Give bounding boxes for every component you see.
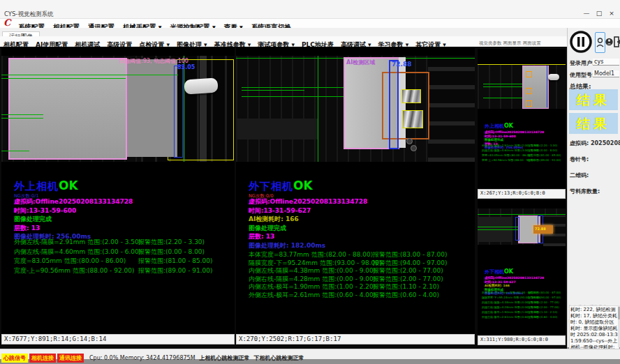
measurement-row: 宽度=83.05mm 范围:(80.00 - 86.00)报警范围:(81.00…: [14, 257, 230, 266]
maximize-button[interactable]: □: [593, 10, 605, 17]
app-logo-icon: C: [3, 17, 10, 28]
blue-measure-line: [547, 66, 547, 107]
log-message[interactable]: 耗时: 222, 缺陷检测耗时: 17, 缺陷分类耗时: 0, 缺陷提取分区耗时…: [569, 305, 619, 350]
green-vertical-line: [184, 56, 184, 162]
user-login-button[interactable]: [595, 32, 605, 53]
processing-done: 图像处理完成: [249, 224, 367, 233]
camera-name: 外下相机: [485, 269, 504, 275]
login-user-label: 登录用户:: [570, 59, 594, 67]
virtual-code: 虚拟码:Offline20250208133134728: [14, 197, 133, 206]
minimize-button[interactable]: —: [581, 10, 592, 17]
pause-button[interactable]: [569, 30, 593, 54]
heartbeat-badge: 心跳信号: [1, 354, 28, 363]
green-baseline: [483, 84, 522, 84]
width-value-label: 83.05: [177, 64, 195, 70]
measurement-row: 本体宽度=83.77mm 范围:(82.00 - 88.00)报警范围:(83.…: [482, 291, 563, 296]
upper-camera-heartbeat-status: 上相机心跳检测正常: [200, 354, 250, 362]
measurement-row: 宽度=83.05mm 范围:(80.00 - 86.00)报警范围:(81.00…: [482, 153, 563, 158]
green-vertical-line: [318, 56, 318, 162]
user-account-button[interactable]: [605, 34, 613, 50]
blue-measure-box: [174, 66, 183, 158]
green-baseline: [483, 86, 522, 87]
measurement-row: 内侧左线-极耳=1.90mm 范围:(1.00 - 2.20)报警范围:(1.1…: [482, 310, 563, 315]
bolt-detail: [406, 138, 413, 144]
login-user-value[interactable]: cys: [593, 59, 619, 66]
threshold-overlay-label: 扫描阈值:93, 动态阈值:100: [119, 57, 189, 65]
measurement-list-upper: 外侧左线-隔膜=2.91mm 范围:(2.00 - 3.50)报警范围:(2.2…: [14, 238, 230, 275]
camera-image-lower[interactable]: AI检测区域 72.88: [236, 56, 475, 162]
camera-panel-lower: AI检测区域 72.88 外下相机OK NG次数:0/0 虚拟码:Offline…: [236, 47, 475, 344]
width-value-label: 72.88: [535, 227, 546, 231]
measurement-row: 宽度-上=90.56mm 范围:(88.00 - 92.00)报警范围:(89.…: [482, 158, 563, 163]
app-window: CYS-视觉检测系统 — □ × C 系统配置相机配置通讯配置机械手配置 ▾光源…: [0, 0, 620, 364]
capture-time: 时间:13-31-59-600: [14, 206, 133, 215]
green-baseline: [483, 98, 522, 98]
measurement-list-lower: 本体宽度=83.77mm 范围:(82.00 - 88.00)报警范围:(83.…: [249, 250, 472, 298]
model-value[interactable]: Model1: [593, 70, 619, 77]
measurement-row: 外侧左线-隔膜=2.91mm 范围:(2.00 - 3.50)报警范围:(2.2…: [482, 144, 563, 149]
virtual-code-line: 虚拟码: 20250208: [570, 139, 620, 147]
user-badge-icon: [596, 33, 605, 52]
measurement-row: 隔膜宽度-下=95.24mm 范围:(93.00 - 98.00)报警范围:(9…: [482, 296, 563, 301]
bolt-detail: [411, 145, 417, 151]
ok-status: OK: [504, 123, 513, 129]
logout-button[interactable]: [613, 32, 620, 52]
green-baseline: [1, 114, 43, 115]
ai-roi-label: AI检测区域: [346, 59, 375, 66]
camera-image-upper[interactable]: 83.05 扫描阈值:93, 动态阈值:100: [1, 56, 235, 162]
layer-count: 层数: 13: [249, 232, 367, 241]
logout-icon: [613, 32, 620, 52]
machinery-block: [236, 119, 318, 139]
green-baseline: [1, 118, 43, 119]
mini-image-upper[interactable]: [478, 64, 566, 109]
mini-image-lower[interactable]: 72.88: [478, 208, 566, 245]
result-title-lower: 外下相机OK NG次数:0/0: [249, 179, 313, 199]
measurement-row: 内侧左线-隔膜=4.38mm 范围:(0.00 - 9.00)报警范围:(2.0…: [482, 301, 563, 305]
orange-marker: [526, 71, 532, 77]
measurement-row: 内侧左线-隔膜=4.38mm 范围:(0.00 - 9.00)报警范围:(2.0…: [249, 266, 472, 275]
measurement-row: 内侧右线-隔膜=4.28mm 范围:(0.00 - 9.00)报警范围:(2.0…: [482, 305, 563, 310]
measurement-row: 内侧左线-极耳=1.90mm 范围:(1.00 - 2.20)报警范围:(1.1…: [249, 282, 472, 291]
mini-panels-header: 视觉类参数 画面显示 画面设置: [479, 40, 541, 47]
mini-panel-upper: 外上相机OK 虚拟码:Offline20250208133134728 时间:1…: [478, 49, 566, 199]
green-top-line: [478, 214, 566, 215]
cell-region-right: [127, 59, 177, 157]
ok-status: OK: [59, 179, 78, 192]
camera-name: 外上相机: [14, 180, 59, 192]
mini-coords-lower: X:311;Y:980;R:0;G:0;B:0: [478, 335, 566, 345]
user-icon: [605, 34, 613, 50]
cursor-coords-upper: X:7677;Y:891;R:14;G:14;B:14: [1, 334, 235, 344]
processing-elapsed: 图像处理耗时: 182.00ms: [249, 241, 367, 250]
virtual-code: 虚拟码:Offline20250208133134728: [249, 197, 367, 206]
ok-status: OK: [293, 179, 313, 192]
blue-measure-box: [515, 217, 519, 241]
measurement-row: 内侧左线-隔膜=4.60mm 范围:(3.00 - 6.00)报警范围:(0.0…: [14, 248, 230, 257]
yellow-defect-box: [402, 110, 423, 128]
measurement-row: 外侧左线-极耳=2.61mm 范围:(0.60 - 4.00)报警范围:(0.6…: [249, 291, 472, 299]
green-baseline: [1, 151, 29, 151]
measurement-row: 外侧左线-隔膜=2.91mm 范围:(2.00 - 3.50)报警范围:(2.2…: [14, 238, 230, 248]
measurement-row: 内侧左线-隔膜=4.60mm 范围:(3.00 - 6.00)报警范围:(0.0…: [482, 149, 563, 153]
pause-icon: [569, 30, 593, 54]
lower-camera-heartbeat-status: 下相机心跳检测正常: [254, 354, 304, 362]
model-label: 使用型号:: [570, 71, 594, 79]
ok-status: OK: [504, 268, 513, 275]
menu-bar: C 系统配置相机配置通讯配置机械手配置 ▾光源控制配置 ▾查看 ▾系统语言切换: [0, 19, 620, 29]
orange-marker: [526, 88, 532, 94]
measurement-row: 宽度-上=90.56mm 范围:(88.00 - 92.00)报警范围:(89.…: [14, 266, 230, 276]
mini-measurements-lower: 本体宽度=83.77mm 范围:(82.00 - 88.00)报警范围:(83.…: [482, 291, 563, 320]
measurement-row: 内侧右线-隔膜=4.28mm 范围:(0.00 - 9.00)报警范围:(2.0…: [249, 275, 472, 283]
stock-count-label: 亏料库数量:: [570, 188, 600, 195]
virtual-code: 虚拟码:Offline20250208133134728: [485, 130, 544, 135]
processing-done: 图像处理完成: [14, 215, 133, 224]
mini-panel-lower: 72.88 外下相机OK 虚拟码:Offline2025020813313472…: [478, 200, 566, 345]
comm-link-badge: 通讯连接: [57, 354, 84, 363]
green-baseline: [1, 78, 126, 79]
qr-code-label: 二维码:: [570, 172, 589, 179]
cursor-coords-lower: X:270;Y:2502;R:17;G:17;B:17: [236, 334, 475, 344]
blue-measure-box: [389, 60, 399, 149]
green-baseline: [478, 229, 518, 230]
close-button[interactable]: ×: [606, 10, 617, 17]
cell-region: [8, 58, 127, 160]
mini-coords-upper: X:267;Y:13;R:0;G:0;B:0: [478, 189, 566, 199]
